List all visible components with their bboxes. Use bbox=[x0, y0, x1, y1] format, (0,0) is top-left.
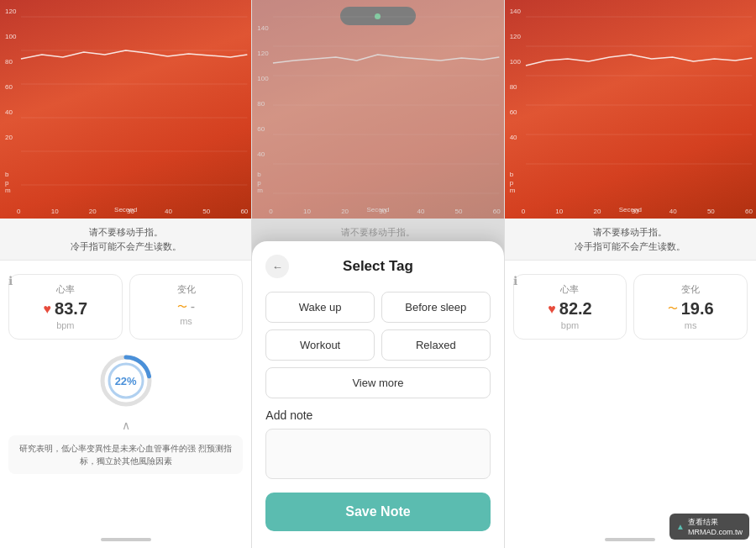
right-x-title: Second bbox=[619, 206, 642, 213]
watermark: ▲ 查看结果 MRMAD.com.tw bbox=[669, 514, 749, 540]
right-info-text-line1: 请不要移动手指。 bbox=[593, 227, 667, 237]
right-info-bar: 请不要移动手指。 冷手指可能不会产生读数。 bbox=[505, 219, 756, 261]
left-progress-label: 22% bbox=[115, 375, 137, 387]
right-info-text-line2: 冷手指可能不会产生读数。 bbox=[575, 241, 685, 251]
view-more-button[interactable]: View more bbox=[265, 367, 490, 398]
center-panel: 140 120 100 80 60 40 bpm 0 10 20 30 40 5… bbox=[252, 0, 503, 548]
right-stats: 心率 ♥ 82.2 bpm 变化 〜 19.6 ms bbox=[505, 266, 756, 345]
left-research-text: 研究表明，低心率变異性是未来心血管事件的强 烈预测指标，獨立於其他風險因素 bbox=[8, 435, 243, 474]
modal-overlay: ← Select Tag Wake up Before sleep Workou… bbox=[252, 0, 503, 548]
left-x-title: Second bbox=[114, 206, 137, 213]
left-info-icon: ℹ bbox=[8, 274, 13, 287]
left-change-card: 变化 〜 - ms bbox=[129, 274, 244, 340]
modal-title: Select Tag bbox=[297, 258, 490, 275]
right-panel: 140 120 100 80 60 40 bpm 0 10 20 30 40 5… bbox=[504, 0, 756, 548]
left-progress-section: 22% bbox=[0, 345, 251, 417]
right-change-value: 19.6 bbox=[681, 299, 714, 319]
watermark-text: 查看结果 MRMAD.com.tw bbox=[688, 517, 743, 536]
modal-back-button[interactable]: ← bbox=[265, 255, 289, 278]
left-home-indicator bbox=[101, 538, 151, 541]
save-note-button[interactable]: Save Note bbox=[265, 493, 490, 531]
add-note-label: Add note bbox=[265, 408, 490, 422]
left-chart-area: 120 100 80 60 40 20 bpm 0 10 20 30 40 50 bbox=[0, 0, 251, 219]
left-stats: 心率 ♥ 83.7 bpm 变化 〜 - ms bbox=[0, 266, 251, 345]
left-panel: 120 100 80 60 40 20 bpm 0 10 20 30 40 50 bbox=[0, 0, 252, 548]
note-textarea[interactable] bbox=[265, 429, 490, 479]
left-info-text-line2: 冷手指可能不会产生读数。 bbox=[71, 241, 181, 251]
tag-workout[interactable]: Workout bbox=[265, 329, 375, 361]
left-info-bar: 请不要移动手指。 冷手指可能不会产生读数。 bbox=[0, 219, 251, 261]
modal-header: ← Select Tag bbox=[265, 255, 490, 278]
left-heart-rate-card: 心率 ♥ 83.7 bpm bbox=[8, 274, 123, 340]
right-change-card: 变化 〜 19.6 ms bbox=[633, 274, 748, 340]
right-wave-icon: 〜 bbox=[668, 302, 678, 316]
left-wave-icon: 〜 bbox=[177, 300, 187, 314]
left-bottom-bar bbox=[0, 531, 251, 548]
left-circle-progress: 22% bbox=[97, 351, 155, 410]
left-info-text-line1: 请不要移动手指。 bbox=[89, 227, 163, 237]
left-change-value: - bbox=[191, 299, 195, 314]
tag-relaxed[interactable]: Relaxed bbox=[381, 329, 491, 361]
tag-grid: Wake up Before sleep Workout Relaxed bbox=[265, 292, 490, 361]
tag-wake-up[interactable]: Wake up bbox=[265, 292, 375, 323]
right-heart-rate-value: 82.2 bbox=[559, 299, 592, 319]
right-heart-rate-card: 心率 ♥ 82.2 bpm bbox=[513, 274, 627, 340]
left-chevron-row[interactable]: ∧ bbox=[0, 417, 251, 435]
modal-sheet: ← Select Tag Wake up Before sleep Workou… bbox=[252, 241, 503, 548]
tag-before-sleep[interactable]: Before sleep bbox=[381, 292, 491, 323]
left-heart-icon: ♥ bbox=[44, 302, 52, 317]
right-chart-area: 140 120 100 80 60 40 bpm 0 10 20 30 40 5… bbox=[505, 0, 756, 219]
right-info-icon: ℹ bbox=[513, 274, 517, 287]
watermark-icon: ▲ bbox=[676, 522, 685, 531]
right-heart-icon: ♥ bbox=[548, 302, 556, 317]
left-chevron-icon[interactable]: ∧ bbox=[122, 419, 130, 432]
right-home-indicator bbox=[605, 538, 655, 541]
left-heart-rate-value: 83.7 bbox=[55, 299, 87, 319]
